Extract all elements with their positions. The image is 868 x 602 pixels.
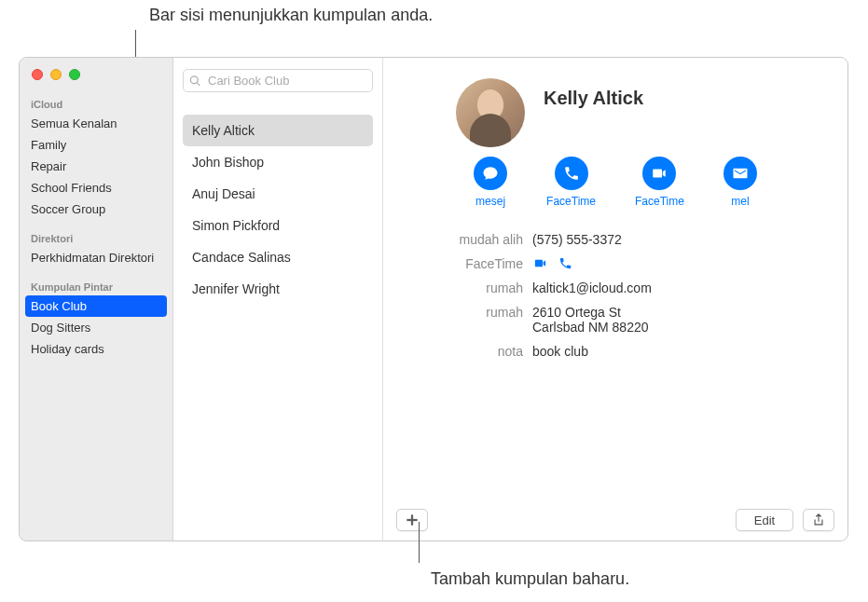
add-button[interactable] [396,509,428,531]
contact-detail-pane: Kelly Altick mesejFaceTimeFaceTimemel mu… [383,58,847,540]
share-button[interactable] [803,509,834,531]
sidebar-item[interactable]: Book Club [25,295,167,317]
sidebar-item[interactable]: Dog Sitters [20,317,172,338]
sidebar-item[interactable]: Repair [20,156,172,177]
search-wrapper [183,69,373,92]
callout-sidebar-label: Bar sisi menunjukkan kumpulan anda. [149,6,433,25]
right-buttons: Edit [736,509,834,531]
action-phone[interactable]: FaceTime [546,157,596,208]
phone-icon [555,157,588,190]
mail-icon [723,157,757,190]
action-label: mel [731,195,749,208]
sidebar-item[interactable]: Soccer Group [20,198,172,220]
contact-list-item[interactable]: Kelly Altick [183,115,373,146]
edit-button[interactable]: Edit [736,509,793,531]
contacts-window: iCloudSemua KenalanFamilyRepairSchool Fr… [19,57,848,541]
plus-icon [406,513,419,527]
contact-name: Kelly Altick [544,88,643,109]
field-label: mudah alih [402,232,523,247]
field-value: book club [532,344,829,359]
field-label: FaceTime [402,256,523,271]
share-icon [812,513,825,527]
window-controls [20,65,172,93]
action-label: FaceTime [546,195,596,208]
action-video[interactable]: FaceTime [635,157,684,208]
video-icon [642,157,676,190]
field-label: rumah [402,305,523,335]
phone-icon[interactable] [558,256,573,270]
contact-list-item[interactable]: Simon Pickford [183,210,373,241]
bottom-toolbar: Edit [396,509,834,531]
field-value: 2610 Ortega St Carlsbad NM 88220 [532,305,829,335]
contact-list-item[interactable]: Candace Salinas [183,241,373,273]
action-mail[interactable]: mel [723,157,757,208]
search-input[interactable] [183,69,373,92]
contact-list-item[interactable]: Jennifer Wright [183,273,373,305]
action-label: mesej [475,195,505,208]
contact-list-pane: Kelly AltickJohn BishopAnuj DesaiSimon P… [173,58,383,540]
contact-list-item[interactable]: Anuj Desai [183,178,373,210]
group-header: Direktori [20,227,172,247]
close-window-button[interactable] [32,69,43,80]
zoom-window-button[interactable] [69,69,80,80]
minimize-window-button[interactable] [50,69,62,80]
field-value [532,256,829,271]
actions-row: mesejFaceTimeFaceTimemel [402,157,829,208]
search-icon [189,75,201,87]
message-icon [474,157,507,190]
group-header: iCloud [20,93,172,113]
action-label: FaceTime [635,195,684,208]
sidebar-item[interactable]: Perkhidmatan Direktori [20,247,172,268]
field-label: nota [402,344,523,359]
group-header: Kumpulan Pintar [20,276,172,295]
sidebar-item[interactable]: Family [20,134,172,156]
action-message[interactable]: mesej [474,157,507,208]
callout-add-label: Tambah kumpulan baharu. [431,569,629,589]
sidebar: iCloudSemua KenalanFamilyRepairSchool Fr… [20,58,173,540]
sidebar-item[interactable]: Semua Kenalan [20,113,172,134]
sidebar-item[interactable]: School Friends [20,177,172,198]
contact-list-item[interactable]: John Bishop [183,146,373,178]
field-label: rumah [402,280,523,295]
detail-header: Kelly Altick [402,78,829,147]
callout-line [419,522,420,563]
sidebar-item[interactable]: Holiday cards [20,338,172,360]
video-icon[interactable] [532,256,548,270]
avatar [456,78,525,147]
field-value: (575) 555-3372 [532,232,829,247]
field-value: kaltick1@icloud.com [532,280,829,295]
fields-grid: mudah alih(575) 555-3372FaceTimerumahkal… [402,232,829,359]
